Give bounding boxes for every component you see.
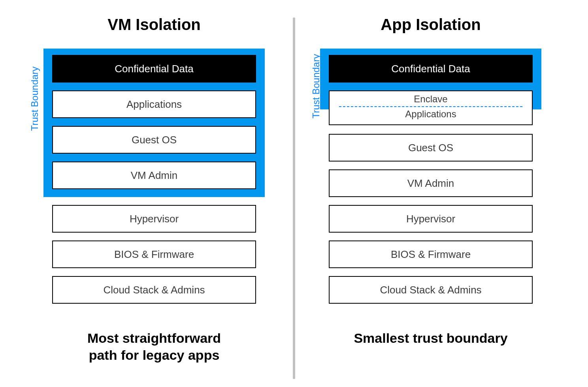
layer-guest-os-left: Guest OS (52, 126, 256, 154)
app-isolation-title: App Isolation (320, 16, 541, 34)
layer-applications-left: Applications (52, 90, 256, 118)
center-divider (293, 17, 295, 379)
caption-left-line1: Most straightforward (87, 331, 221, 346)
layer-applications-right: Enclave Applications (329, 90, 533, 125)
caption-right-line1: Smallest trust boundary (354, 331, 507, 346)
layer-cloud-stack-left: Cloud Stack & Admins (52, 276, 256, 304)
enclave-divider (339, 106, 522, 107)
trust-boundary-label-left: Trust Boundary (29, 47, 40, 150)
app-isolation-caption: Smallest trust boundary (320, 330, 541, 347)
layer-confidential-data-left: Confidential Data (52, 55, 256, 83)
vm-isolation-caption: Most straightforward path for legacy app… (43, 330, 265, 363)
vm-isolation-title: VM Isolation (43, 16, 265, 34)
layer-applications-text-right: Applications (330, 109, 532, 120)
vm-isolation-column: VM Isolation Confidential Data Applicati… (43, 16, 265, 363)
layer-confidential-data-right: Confidential Data (329, 55, 533, 83)
layer-bios-firmware-left: BIOS & Firmware (52, 240, 256, 268)
diagram-root: Trust Boundary Trust Boundary VM Isolati… (0, 0, 588, 387)
caption-left-line2: path for legacy apps (89, 348, 220, 363)
layer-hypervisor-left: Hypervisor (52, 205, 256, 233)
layer-cloud-stack-right: Cloud Stack & Admins (329, 276, 533, 304)
app-isolation-stack: Confidential Data Enclave Applications G… (320, 49, 541, 313)
layer-bios-firmware-right: BIOS & Firmware (329, 240, 533, 268)
layer-vm-admin-right: VM Admin (329, 169, 533, 197)
vm-isolation-stack: Confidential Data Applications Guest OS … (43, 49, 265, 313)
layer-hypervisor-right: Hypervisor (329, 205, 533, 233)
layer-vm-admin-left: VM Admin (52, 162, 256, 189)
layer-guest-os-right: Guest OS (329, 134, 533, 162)
app-isolation-column: App Isolation Confidential Data Enclave … (320, 16, 541, 347)
layer-enclave-right: Enclave (330, 94, 532, 105)
